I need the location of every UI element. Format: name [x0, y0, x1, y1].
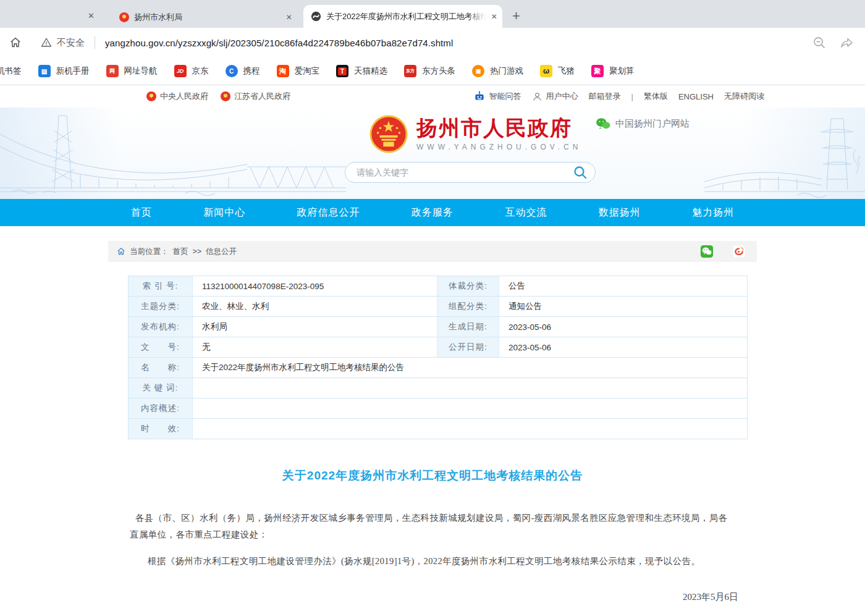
user-center-link[interactable]: 用户中心: [532, 91, 578, 102]
bookmark-item[interactable]: 网 网址导航: [106, 65, 158, 77]
close-icon[interactable]: ✕: [88, 11, 95, 20]
portal-badge[interactable]: 中国扬州门户网站: [596, 117, 690, 130]
accessibility-link[interactable]: 无障碍阅读: [724, 91, 764, 102]
share-icon[interactable]: [839, 35, 854, 50]
bookmarks-bar: 机书签 ▤ 新机手册 网 网址导航 JD 京东 C 携程 淘 爱淘宝 T 天猫精…: [0, 57, 865, 85]
bookmark-item[interactable]: ▤ 新机手册: [38, 65, 90, 77]
nav-item-interaction[interactable]: 互动交流: [505, 206, 547, 219]
bookmark-item[interactable]: 机书签: [0, 65, 22, 77]
manual-icon: ▤: [38, 65, 51, 77]
meta-label: 公开日期:: [437, 337, 499, 357]
toutiao-icon: 东方: [404, 65, 416, 77]
bookmark-item[interactable]: JD 京东: [174, 65, 209, 77]
bookmark-item[interactable]: C 携程: [226, 65, 260, 77]
article-date: 2023年5月6日: [108, 591, 738, 603]
meta-value-doc-number: 无: [193, 337, 437, 357]
meta-value-publish-date: 2023-05-06: [499, 337, 748, 357]
close-icon[interactable]: ✕: [286, 13, 292, 22]
gov-links-left: 中央人民政府 江苏省人民政府: [146, 91, 290, 102]
toolbar-right-icons: [812, 35, 854, 50]
nav-item-gov-info[interactable]: 政府信息公开: [297, 206, 360, 219]
breadcrumb-home-link[interactable]: 首页: [173, 247, 188, 257]
new-tab-button[interactable]: +: [512, 9, 520, 23]
meta-label: 时 效:: [129, 419, 193, 439]
not-secure-warning-icon: [41, 37, 52, 48]
nav-item-charm[interactable]: 魅力扬州: [692, 206, 734, 219]
nav-item-home[interactable]: 首页: [131, 206, 152, 219]
security-label: 不安全: [57, 37, 85, 49]
tmall-icon: T: [336, 65, 348, 77]
mailbox-login-link[interactable]: 邮箱登录: [589, 91, 621, 102]
browser-window: ✕ 扬州市水利局 ✕ 关于2022年度扬州市水利工程文明工地考核结果的公告 ✕ …: [0, 0, 865, 85]
omnibox[interactable]: 不安全 yangzhou.gov.cn/yzszxxgk/slj/202305/…: [41, 36, 453, 49]
table-row: 内容概述:: [129, 399, 747, 419]
table-row: 发布机构: 水利局 生成日期: 2023-05-06: [129, 317, 747, 337]
bookmark-item[interactable]: T 天猫精选: [336, 65, 387, 77]
home-icon[interactable]: [9, 36, 22, 49]
pagoda-sketch-art: [704, 112, 865, 199]
juhuasuan-icon: 聚: [591, 65, 604, 77]
meta-value-publisher: 水利局: [193, 317, 437, 337]
divider: |: [631, 92, 633, 101]
meta-label: 名 称:: [129, 358, 193, 378]
breadcrumb: 当前位置： 首页 >> 信息公开: [108, 241, 757, 262]
bookmark-item[interactable]: 聚 聚划算: [591, 65, 635, 77]
meta-label: 文 号:: [129, 337, 193, 357]
meta-label: 发布机构:: [129, 317, 193, 337]
robot-icon: [473, 90, 486, 103]
tab-title: 扬州市水利局: [134, 12, 281, 23]
portal-label: 中国扬州门户网站: [615, 118, 690, 130]
weibo-share-icon[interactable]: [732, 245, 746, 258]
meta-value-topic: 农业、林业、水利: [193, 297, 437, 316]
national-emblem-icon: [221, 91, 230, 101]
breadcrumb-current-link[interactable]: 信息公开: [206, 247, 237, 257]
meta-value-keywords: [193, 378, 748, 398]
main-navigation: 首页 新闻中心 政府信息公开 政务服务 互动交流 数据扬州 魅力扬州: [0, 199, 865, 226]
meta-label: 内容概述:: [129, 399, 193, 418]
jiangsu-gov-link[interactable]: 江苏省人民政府: [221, 91, 290, 102]
bookmark-item[interactable]: ▣ 热门游戏: [472, 65, 523, 77]
bookmark-item[interactable]: 淘 爱淘宝: [277, 65, 320, 77]
nav-item-news[interactable]: 新闻中心: [203, 206, 245, 219]
meta-label: 主题分类:: [129, 297, 193, 316]
traditional-chinese-link[interactable]: 繁体版: [644, 91, 668, 102]
user-icon: [532, 91, 542, 102]
tab-current-announcement[interactable]: 关于2022年度扬州市水利工程文明工地考核结果的公告 ✕: [303, 5, 502, 28]
jd-icon: JD: [174, 65, 187, 77]
national-emblem: [369, 115, 408, 153]
meta-value-category: 通知公告: [499, 297, 748, 316]
site-title: 扬州市人民政府: [416, 117, 581, 140]
document-meta-table: 索 引 号: 11321000014407098E-2023-095 体裁分类:…: [128, 276, 748, 439]
breadcrumb-separator: >>: [193, 247, 202, 256]
article-paragraph: 根据《扬州市水利工程文明工地建设管理办法》(扬水规[2019]1号)，2022年…: [130, 553, 735, 570]
meta-value-validity: [193, 419, 748, 439]
taobao-icon: 淘: [277, 65, 289, 77]
table-row: 索 引 号: 11321000014407098E-2023-095 体裁分类:…: [129, 276, 747, 297]
site-url: WWW.YANGZHOU.GOV.CN: [416, 143, 581, 151]
meta-label: 生成日期:: [437, 317, 499, 337]
wechat-share-icon[interactable]: [700, 245, 714, 258]
tab-title: 关于2022年度扬州市水利工程文明工地考核结果的公告: [326, 11, 486, 22]
gov-top-bar: 中央人民政府 江苏省人民政府 智能问答 用户中心 邮箱登录 |: [0, 85, 865, 108]
bookmark-item[interactable]: ω 飞猪: [540, 65, 575, 77]
smart-qa-link[interactable]: 智能问答: [473, 90, 521, 103]
search-button[interactable]: [573, 165, 588, 180]
close-icon[interactable]: ✕: [491, 12, 497, 21]
national-emblem-icon: [146, 91, 156, 101]
bookmark-item[interactable]: 东方 东方头条: [404, 65, 455, 77]
fliggy-pig-icon: ω: [540, 65, 552, 77]
zoom-out-icon[interactable]: [812, 35, 827, 50]
article-paragraph: 各县（市、区）水利（务）局，扬州经济开发区城乡事务管理局，生态科技新城规划建设局…: [130, 510, 735, 543]
search-icon: [573, 165, 588, 180]
tab-water-bureau[interactable]: 扬州市水利局 ✕: [112, 7, 297, 28]
wechat-green-icon: [596, 117, 610, 130]
page-content: 当前位置： 首页 >> 信息公开 索 引 号: 1132100001440709…: [108, 241, 757, 616]
site-title-block: 扬州市人民政府 WWW.YANGZHOU.GOV.CN: [416, 117, 581, 151]
site-identity: 扬州市人民政府 WWW.YANGZHOU.GOV.CN: [369, 115, 581, 153]
central-gov-link[interactable]: 中央人民政府: [146, 91, 208, 102]
nav-item-services[interactable]: 政务服务: [411, 206, 454, 219]
search-input[interactable]: [345, 167, 573, 177]
nav-item-data[interactable]: 数据扬州: [599, 206, 641, 219]
url-text: yangzhou.gov.cn/yzszxxgk/slj/202305/210c…: [105, 38, 453, 48]
english-link[interactable]: ENGLISH: [678, 92, 714, 101]
